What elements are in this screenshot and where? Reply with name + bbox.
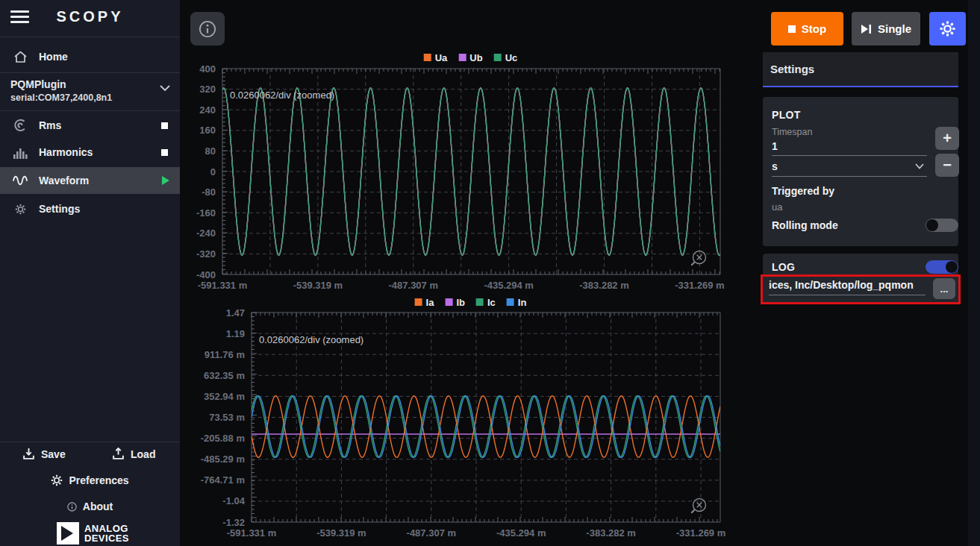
scopy-logo: SCOPY [0,8,180,25]
timespan-input[interactable]: 1 [772,140,927,156]
svg-text:-539.319 m: -539.319 m [316,527,366,539]
sidebar-item-harmonics[interactable]: Harmonics [0,140,180,164]
legend-label: Ia [426,297,434,308]
legend-label: Uc [505,52,518,63]
svg-text:-435.294 m: -435.294 m [484,280,534,290]
sidebar-item-rms[interactable]: Rms [0,113,180,137]
chevron-down-icon [915,163,924,169]
waveform-icon [12,175,28,186]
timespan-increment-button[interactable]: + [935,127,959,150]
info-icon [67,502,77,512]
rolling-mode-toggle[interactable] [926,219,958,232]
toggle-knob [946,261,958,273]
sidebar-item-label: Rms [39,119,61,131]
stop-status-icon[interactable] [161,149,168,156]
single-button[interactable]: Single [852,12,920,46]
voltage-waveform-plot[interactable]: 400320240160800-80-160-240-320-400-591.3… [183,65,732,290]
svg-text:1.47: 1.47 [226,309,245,318]
rms-icon [12,119,28,132]
svg-text:911.76 m: 911.76 m [205,349,245,360]
info-icon [199,20,216,38]
analog-devices-logo: ANALOG DEVICES [57,522,129,545]
about-button[interactable]: About [0,501,180,512]
legend-label: Ub [469,52,482,63]
log-toggle[interactable] [926,260,958,274]
svg-text:-764.71 m: -764.71 m [201,474,245,486]
rolling-mode-label: Rolling mode [772,219,838,231]
about-label: About [83,501,113,512]
divider [0,72,180,73]
load-icon [112,448,125,460]
svg-text:0: 0 [210,166,216,178]
legend-label: Ua [435,52,448,63]
stop-status-icon[interactable] [161,122,168,129]
triggered-by-value: ua [772,201,782,213]
svg-text:400: 400 [199,65,216,75]
play-status-icon[interactable] [162,176,169,185]
brand-line-2: DEVICES [84,533,129,543]
timespan-decrement-button[interactable]: − [935,154,959,177]
browse-button[interactable]: ... [933,278,955,299]
legend-label: Ib [456,297,465,308]
sidebar-plugin-header[interactable]: PQMPlugin serial:COM37,2400,8n1 [0,75,180,110]
svg-text:-240: -240 [196,228,216,239]
svg-text:160: 160 [199,125,216,136]
gear-icon [940,21,955,37]
triggered-by-label: Triggered by [772,185,834,197]
plugin-name: PQMPlugin [10,78,66,90]
home-icon [12,51,28,63]
stop-button[interactable]: Stop [771,12,843,46]
current-waveform-plot[interactable]: 1.471.19911.76 m632.35 m352.94 m73.53 m-… [183,309,732,542]
divider [0,442,180,442]
plot-section-title: PLOT [772,109,801,121]
chevron-down-icon [160,85,170,92]
sidebar-item-settings[interactable]: Settings [0,197,180,221]
save-label: Save [41,448,66,460]
legend-swatch-In [507,298,514,306]
legend-swatch-Ic [476,298,484,306]
svg-text:-205.88 m: -205.88 m [201,433,245,444]
save-icon [22,448,35,460]
info-button[interactable] [190,12,225,46]
settings-panel-header: Settings [763,52,958,87]
zoom-scale-annotation: 0.0260062/div (zoomed) [259,334,363,345]
divider [0,37,180,37]
svg-text:-80: -80 [202,186,216,198]
timespan-unit-value: s [772,160,778,172]
settings-panel-title: Settings [770,63,814,75]
svg-text:-383.282 m: -383.282 m [579,280,629,290]
general-settings-button[interactable] [929,12,966,46]
svg-text:-487.307 m: -487.307 m [389,280,439,290]
svg-text:-400: -400 [196,269,216,280]
harmonics-icon [12,146,28,159]
svg-text:-435.294 m: -435.294 m [496,527,546,539]
svg-text:320: 320 [199,84,216,95]
single-label: Single [878,22,911,35]
svg-text:1.19: 1.19 [226,328,245,339]
sidebar-item-label: Settings [39,203,80,215]
sidebar-item-waveform[interactable]: Waveform [0,167,180,194]
svg-text:632.35 m: 632.35 m [204,370,245,381]
scopy-window: SCOPY Home PQMPlugin serial:COM37,2400,8… [0,0,980,546]
legend-swatch-Ub [458,54,466,61]
svg-text:-591.331 m: -591.331 m [198,280,248,290]
svg-text:-487.307 m: -487.307 m [407,527,457,539]
timespan-unit-select[interactable]: s [772,160,927,177]
svg-text:-591.331 m: -591.331 m [227,527,277,539]
legend-swatch-Ua [424,54,431,61]
scroll-strip[interactable] [968,0,980,546]
sidebar-item-label: Waveform [39,175,89,186]
single-run-icon [861,24,872,34]
svg-text:-539.319 m: -539.319 m [293,280,343,290]
log-section-title: LOG [772,261,795,273]
svg-text:-320: -320 [196,248,216,260]
gear-icon [12,204,28,215]
adi-triangle-icon [57,522,79,545]
sidebar: SCOPY Home PQMPlugin serial:COM37,2400,8… [0,0,180,546]
load-button[interactable]: Load [112,448,155,460]
sidebar-item-label: Harmonics [39,146,93,158]
preferences-button[interactable]: Preferences [0,474,180,486]
sidebar-item-home[interactable]: Home [0,43,180,70]
log-path-input[interactable]: ices, Inc/Desktop/log_pqmon [769,279,926,295]
save-button[interactable]: Save [22,448,66,460]
